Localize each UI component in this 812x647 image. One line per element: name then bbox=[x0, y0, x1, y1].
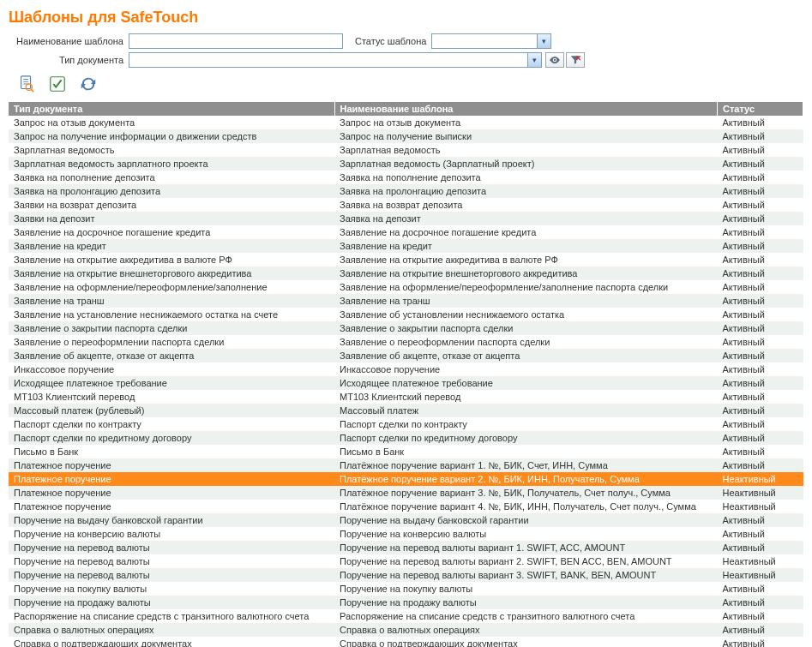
cell-template-name: Заявление на оформление/переоформление/з… bbox=[334, 280, 718, 294]
table-row[interactable]: Справка о валютных операцияхСправка о ва… bbox=[9, 623, 803, 637]
table-row[interactable]: Заявки на возврат депозитаЗаявка на возв… bbox=[9, 198, 803, 212]
table-row[interactable]: Платежное поручениеПлатёжное поручение в… bbox=[9, 500, 803, 513]
table-row[interactable]: Заявление об акцепте, отказе от акцептаЗ… bbox=[9, 349, 803, 362]
table-row[interactable]: Зарплатная ведомостьЗарплатная ведомость… bbox=[9, 143, 803, 157]
cell-template-name: Поручение на перевод валюты вариант 3. S… bbox=[334, 568, 718, 582]
table-row[interactable]: Поручение на перевод валютыПоручение на … bbox=[9, 554, 803, 568]
cell-template-name: Паспорт сделки по кредитному договору bbox=[334, 431, 718, 445]
table-row[interactable]: Поручение на перевод валютыПоручение на … bbox=[9, 568, 803, 582]
table-row[interactable]: Письмо в БанкПисьмо в БанкАктивный bbox=[9, 445, 803, 458]
cell-doc-type: Поручение на перевод валюты bbox=[9, 554, 334, 568]
table-row[interactable]: Исходящее платежное требованиеИсходящее … bbox=[9, 376, 803, 390]
table-row[interactable]: Платежное поручениеПлатёжное поручение в… bbox=[9, 458, 803, 472]
cell-status: Активный bbox=[718, 143, 803, 157]
chevron-down-icon[interactable]: ▾ bbox=[537, 33, 551, 49]
document-magnify-icon bbox=[17, 75, 36, 93]
table-row[interactable]: Заявки на депозитЗаявка на депозитАктивн… bbox=[9, 212, 803, 225]
cell-status: Активный bbox=[718, 541, 803, 554]
cell-status: Активный bbox=[718, 253, 803, 267]
cell-doc-type: Платежное поручение bbox=[9, 472, 334, 486]
cell-doc-type: Заявление на досрочное погашение кредита bbox=[9, 225, 334, 239]
cell-template-name: Заявление о переоформлении паспорта сдел… bbox=[334, 335, 718, 349]
col-template-name[interactable]: Наименование шаблона bbox=[334, 102, 718, 116]
table-row[interactable]: Поручение на перевод валютыПоручение на … bbox=[9, 541, 803, 554]
table-row[interactable]: Зарплатная ведомость зарплатного проекта… bbox=[9, 157, 803, 171]
col-status[interactable]: Статус bbox=[718, 102, 803, 116]
refresh-icon bbox=[79, 75, 98, 93]
table-row[interactable]: Запрос на отзыв документаЗапрос на отзыв… bbox=[9, 116, 803, 129]
cell-status: Активный bbox=[718, 609, 803, 623]
table-row[interactable]: Паспорт сделки по контрактуПаспорт сделк… bbox=[9, 417, 803, 431]
table-row[interactable]: Распоряжение на списание средств с транз… bbox=[9, 609, 803, 623]
table-row[interactable]: Платежное поручениеПлатёжное поручение в… bbox=[9, 472, 803, 486]
table-row[interactable]: Платежное поручениеПлатёжное поручение в… bbox=[9, 486, 803, 500]
cell-status: Активный bbox=[718, 308, 803, 321]
table-row[interactable]: Заявка на пополнение депозитаЗаявка на п… bbox=[9, 171, 803, 184]
cell-template-name: Заявка на депозит bbox=[334, 212, 718, 225]
table-row[interactable]: Заявление на оформление/переоформление/з… bbox=[9, 280, 803, 294]
templates-table: Тип документа Наименование шаблона Стату… bbox=[9, 102, 803, 647]
table-row[interactable]: MT103 Клиентский переводMT103 Клиентский… bbox=[9, 390, 803, 404]
col-doc-type[interactable]: Тип документа bbox=[9, 102, 334, 116]
select-doc-type[interactable] bbox=[129, 52, 542, 68]
table-row[interactable]: Заявление о закрытии паспорта сделкиЗаяв… bbox=[9, 321, 803, 335]
input-template-name[interactable] bbox=[129, 33, 343, 49]
table-row[interactable]: Заявление на траншЗаявление на траншАкти… bbox=[9, 294, 803, 308]
table-row[interactable]: Заявление на открытие аккредитива в валю… bbox=[9, 253, 803, 267]
cell-status: Активный bbox=[718, 376, 803, 390]
table-row[interactable]: Заявка на пролонгацию депозитаЗаявка на … bbox=[9, 184, 803, 198]
refresh-button[interactable] bbox=[79, 75, 98, 95]
cell-doc-type: Поручение на покупку валюты bbox=[9, 582, 334, 596]
table-row[interactable]: Массовый платеж (рублевый)Массовый плате… bbox=[9, 404, 803, 417]
cell-status: Активный bbox=[718, 335, 803, 349]
cell-template-name: Заявление об установлении неснижаемого о… bbox=[334, 308, 718, 321]
cell-template-name: Зарплатная ведомость (Зарплатный проект) bbox=[334, 157, 718, 171]
cell-doc-type: MT103 Клиентский перевод bbox=[9, 390, 334, 404]
table-row[interactable]: Заявление о переоформлении паспорта сдел… bbox=[9, 335, 803, 349]
chevron-down-icon[interactable]: ▾ bbox=[527, 52, 542, 68]
cell-template-name: Заявление на открытие аккредитива в валю… bbox=[334, 253, 718, 267]
cell-template-name: Справка о валютных операциях bbox=[334, 623, 718, 637]
page-title: Шаблоны для SafeTouch bbox=[9, 9, 803, 27]
table-row[interactable]: Заявление на открытие внешнеторгового ак… bbox=[9, 267, 803, 280]
cell-doc-type: Заявление на открытие внешнеторгового ак… bbox=[9, 267, 334, 280]
preview-button[interactable] bbox=[17, 75, 36, 95]
cell-doc-type: Платежное поручение bbox=[9, 458, 334, 472]
filter-apply-button[interactable] bbox=[545, 52, 564, 68]
table-row[interactable]: Заявление на кредитЗаявление на кредитАк… bbox=[9, 239, 803, 253]
cell-status: Активный bbox=[718, 582, 803, 596]
table-row[interactable]: Заявление на установление неснижаемого о… bbox=[9, 308, 803, 321]
cell-status: Активный bbox=[718, 431, 803, 445]
table-row[interactable]: Запрос на получение информации о движени… bbox=[9, 129, 803, 143]
cell-doc-type: Заявление на кредит bbox=[9, 239, 334, 253]
table-row[interactable]: Справка о подтверждающих документахСправ… bbox=[9, 637, 803, 647]
cell-status: Активный bbox=[718, 404, 803, 417]
cell-doc-type: Заявка на пролонгацию депозита bbox=[9, 184, 334, 198]
table-row[interactable]: Поручение на продажу валютыПоручение на … bbox=[9, 596, 803, 609]
cell-template-name: Инкассовое поручение bbox=[334, 362, 718, 376]
cell-template-name: Исходящее платежное требование bbox=[334, 376, 718, 390]
cell-template-name: Заявление на досрочное погашение кредита bbox=[334, 225, 718, 239]
cell-status: Активный bbox=[718, 417, 803, 431]
select-template-status[interactable] bbox=[431, 33, 551, 49]
cell-status: Активный bbox=[718, 280, 803, 294]
cell-status: Активный bbox=[718, 527, 803, 541]
cell-status: Активный bbox=[718, 294, 803, 308]
table-row[interactable]: Поручение на покупку валютыПоручение на … bbox=[9, 582, 803, 596]
cell-status: Активный bbox=[718, 157, 803, 171]
cell-doc-type: Поручение на перевод валюты bbox=[9, 568, 334, 582]
cell-template-name: Платёжное поручение вариант 4. №, БИК, И… bbox=[334, 500, 718, 513]
filter-clear-button[interactable] bbox=[566, 52, 585, 68]
table-row[interactable]: Поручение на конверсию валютыПоручение н… bbox=[9, 527, 803, 541]
checkbox-check-icon bbox=[48, 75, 67, 93]
cell-status: Активный bbox=[718, 212, 803, 225]
table-row[interactable]: Паспорт сделки по кредитному договоруПас… bbox=[9, 431, 803, 445]
table-row[interactable]: Инкассовое поручениеИнкассовое поручение… bbox=[9, 362, 803, 376]
apply-button[interactable] bbox=[48, 75, 67, 95]
cell-template-name: Массовый платеж bbox=[334, 404, 718, 417]
cell-doc-type: Заявка на пополнение депозита bbox=[9, 171, 334, 184]
table-row[interactable]: Заявление на досрочное погашение кредита… bbox=[9, 225, 803, 239]
cell-doc-type: Заявление об акцепте, отказе от акцепта bbox=[9, 349, 334, 362]
cell-status: Неактивный bbox=[718, 500, 803, 513]
table-row[interactable]: Поручение на выдачу банковской гарантииП… bbox=[9, 513, 803, 527]
